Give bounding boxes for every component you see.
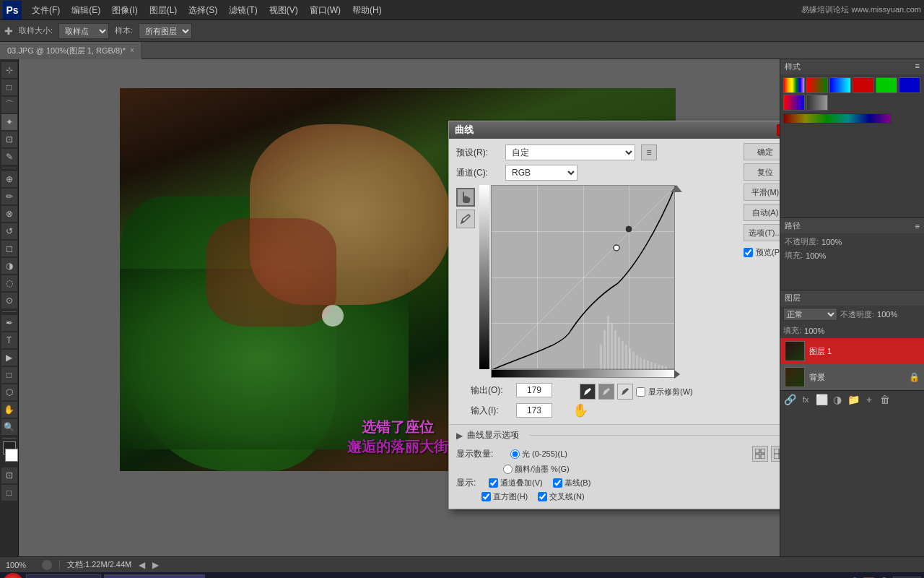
layer-item-bg[interactable]: 背景 🔒 [780, 364, 924, 390]
sample-size-select[interactable]: 取样点 3x3平均 5x5平均 [58, 23, 109, 39]
check-histogram[interactable]: 直方图(H) [481, 491, 528, 502]
clip-checkbox[interactable] [636, 387, 645, 397]
quick-mask-btn[interactable]: ⊡ [1, 467, 17, 483]
display-collapse-btn[interactable]: ▶ [456, 431, 463, 441]
check-baseline[interactable]: 基线(B) [553, 478, 591, 488]
curve-point-upper[interactable] [626, 226, 632, 232]
black-eyedropper-btn[interactable] [580, 384, 596, 400]
histogram-checkbox[interactable] [481, 492, 491, 501]
curve-point-lower[interactable] [614, 245, 619, 251]
menu-edit[interactable]: 编辑(E) [66, 0, 106, 20]
move-tool[interactable]: ⊹ [1, 62, 17, 78]
channel-overlay-checkbox[interactable] [489, 478, 498, 488]
layer-mask-btn[interactable]: ⬜ [815, 393, 828, 406]
tab-close-btn[interactable]: × [130, 42, 134, 59]
radio-light-input[interactable] [510, 449, 520, 459]
radio-pigment[interactable]: 颜料/油墨 %(G) [503, 464, 570, 475]
eyedropper-tool[interactable]: ✎ [1, 149, 17, 165]
preset-label: 预设(R): [456, 147, 500, 159]
white-eyedropper-btn[interactable] [617, 384, 633, 400]
radio-light[interactable]: 光 (0-255)(L) [510, 449, 567, 460]
dodge-tool[interactable]: ⊙ [1, 293, 17, 309]
menu-select[interactable]: 选择(S) [183, 0, 223, 20]
check-channel-overlay[interactable]: 通道叠加(V) [489, 478, 543, 488]
style-rainbow[interactable] [783, 77, 805, 93]
style-red[interactable] [853, 77, 874, 93]
reset-button[interactable]: 复位 [744, 163, 780, 181]
heal-tool[interactable]: ⊕ [1, 171, 17, 187]
style-gray[interactable] [806, 95, 828, 111]
menu-file[interactable]: 文件(F) [26, 0, 66, 20]
layer-fx-btn[interactable]: fx [799, 393, 812, 406]
menu-help[interactable]: 帮助(H) [346, 0, 388, 20]
layer-adj-btn[interactable]: ◑ [831, 393, 844, 406]
menu-window[interactable]: 窗口(W) [304, 0, 346, 20]
check-intersect[interactable]: 交叉线(N) [538, 491, 584, 502]
layer-delete-btn[interactable]: 🗑 [879, 393, 892, 406]
grid-small-btn[interactable] [752, 446, 768, 462]
layer-link-btn[interactable]: 🔗 [783, 393, 796, 406]
taskbar-internet[interactable]: 🌐 启动 Interne... [26, 574, 101, 578]
style-blue-cyan[interactable] [829, 77, 851, 93]
menu-view[interactable]: 视图(V) [263, 0, 304, 20]
gradient-tool[interactable]: ◑ [1, 258, 17, 274]
brush-tool[interactable]: ✏ [1, 189, 17, 204]
blend-mode-select[interactable]: 正常 溶解 [783, 308, 837, 321]
layer-item-1[interactable]: 图层 1 [780, 338, 924, 364]
layer-new-btn[interactable]: + [863, 393, 876, 406]
menu-filter[interactable]: 滤镜(T) [223, 0, 263, 20]
styles-menu-btn[interactable]: ≡ [915, 61, 920, 72]
curves-pen-tool[interactable] [456, 210, 475, 228]
eraser-tool[interactable]: ◻ [1, 241, 17, 256]
grid-large-btn[interactable] [771, 446, 780, 462]
marquee-tool[interactable]: □ [1, 79, 17, 95]
document-tab[interactable]: 03.JPG @ 100%(图层 1, RGB/8)* × [0, 42, 142, 59]
baseline-checkbox[interactable] [553, 478, 562, 488]
style-blue[interactable] [899, 77, 920, 93]
path-menu-btn[interactable]: ≡ [915, 222, 920, 230]
intersect-checkbox[interactable] [538, 492, 547, 501]
blur-tool[interactable]: ◌ [1, 275, 17, 291]
sample2-select[interactable]: 所有图层 当前图层 [139, 23, 192, 39]
curves-graph[interactable] [491, 185, 675, 369]
radio-pigment-input[interactable] [503, 465, 513, 474]
layer-folder-btn[interactable]: 📁 [847, 393, 860, 406]
gray-eyedropper-btn[interactable] [598, 384, 614, 400]
shape-tool[interactable]: □ [1, 367, 17, 383]
clone-tool[interactable]: ⊗ [1, 206, 17, 222]
background-color[interactable] [5, 449, 18, 462]
nav-left-btn[interactable]: ◀ [139, 560, 145, 570]
crop-tool[interactable]: ⊡ [1, 131, 17, 147]
start-button[interactable]: ❋ [3, 573, 23, 578]
3d-tool[interactable]: ⬡ [1, 384, 17, 400]
status-bar: 100% 文档:1.22M/2.44M ◀ ▶ [0, 556, 924, 572]
zoom-tool[interactable]: 🔍 [1, 419, 17, 435]
preset-menu-btn[interactable]: ≡ [641, 144, 657, 160]
style-red-green[interactable] [806, 77, 828, 93]
preset-select[interactable]: 自定 默认 [505, 144, 635, 160]
screen-mode-btn[interactable]: □ [1, 485, 17, 501]
magic-wand-tool[interactable]: ✦ [1, 114, 17, 130]
channel-select[interactable]: RGB 红 绿 蓝 [505, 165, 578, 181]
show-clipping-check[interactable]: 显示修剪(W) [636, 387, 693, 397]
taskbar-photoshop[interactable]: Ps Adobe Photoshop ... [104, 574, 205, 578]
hand-tool[interactable]: ✋ [1, 402, 17, 418]
menu-layer[interactable]: 图层(L) [144, 0, 183, 20]
output-input[interactable] [516, 383, 552, 397]
color-spectrum[interactable] [783, 113, 892, 124]
menu-image[interactable]: 图像(I) [106, 0, 143, 20]
pen-tool[interactable]: ✒ [1, 315, 17, 331]
pigment-radio-row: 颜料/油墨 %(G) [503, 464, 780, 475]
style-red-blue[interactable] [783, 95, 805, 111]
style-green[interactable] [876, 77, 897, 93]
history-brush[interactable]: ↺ [1, 223, 17, 239]
lasso-tool[interactable]: ⌒ [1, 97, 17, 113]
type-tool[interactable]: T [1, 332, 17, 348]
curves-close-btn[interactable]: × [777, 124, 780, 136]
curves-hand-tool[interactable] [456, 188, 475, 207]
nav-right-btn[interactable]: ▶ [152, 560, 159, 570]
ok-button[interactable]: 确定 [744, 143, 780, 160]
zoom-quick-btn[interactable] [42, 560, 52, 570]
input-input[interactable] [516, 403, 552, 418]
path-select[interactable]: ▶ [1, 350, 17, 366]
